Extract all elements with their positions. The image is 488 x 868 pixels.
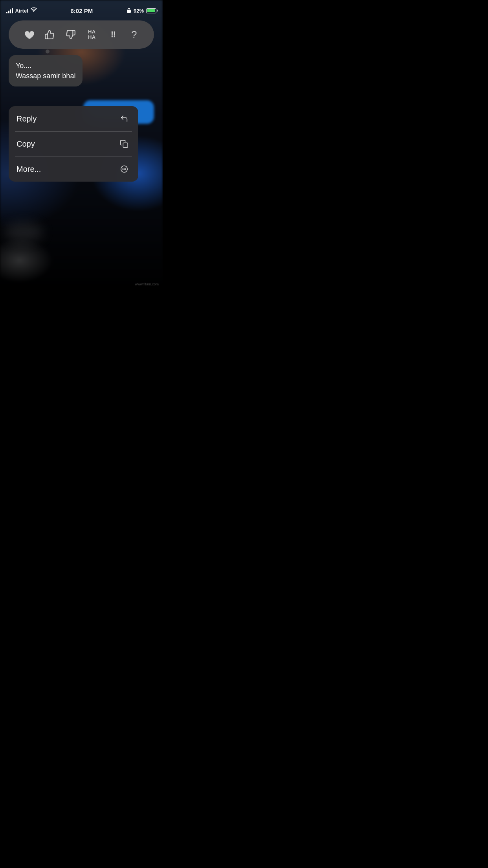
reaction-haha[interactable]: HAHA bbox=[83, 26, 101, 43]
signal-icon bbox=[6, 8, 13, 13]
connector-dot bbox=[46, 50, 50, 53]
svg-point-5 bbox=[125, 169, 126, 169]
svg-point-3 bbox=[123, 169, 123, 169]
message-line2: Wassap samir bhai bbox=[16, 72, 75, 80]
menu-item-reply[interactable]: Reply bbox=[9, 106, 138, 131]
status-right: 92% bbox=[127, 7, 156, 14]
copy-icon bbox=[118, 138, 130, 150]
message-bubble: Yo.... Wassap samir bhai bbox=[9, 55, 83, 86]
reaction-heart[interactable] bbox=[20, 26, 37, 43]
svg-rect-0 bbox=[127, 10, 131, 13]
bottom-glow bbox=[4, 223, 43, 242]
menu-item-copy[interactable]: Copy bbox=[9, 131, 138, 156]
more-icon bbox=[118, 163, 130, 175]
reply-icon bbox=[118, 112, 130, 125]
wifi-icon bbox=[31, 7, 37, 14]
reaction-bar: HAHA ‼ ? bbox=[9, 20, 154, 49]
svg-point-4 bbox=[124, 169, 125, 169]
battery-icon bbox=[146, 8, 156, 13]
svg-rect-1 bbox=[123, 143, 128, 147]
battery-percent: 92% bbox=[134, 8, 144, 14]
reaction-exclamation[interactable]: ‼ bbox=[104, 26, 121, 43]
reaction-thumbs-up[interactable] bbox=[41, 26, 58, 43]
watermark: www.fifam.com bbox=[135, 282, 159, 286]
menu-item-more[interactable]: More... bbox=[9, 156, 138, 182]
reaction-question[interactable]: ? bbox=[125, 26, 143, 43]
reaction-thumbs-down[interactable] bbox=[62, 26, 79, 43]
lock-icon bbox=[127, 7, 131, 14]
carrier-name: Airtel bbox=[15, 8, 28, 14]
status-left: Airtel bbox=[6, 7, 37, 14]
context-menu: Reply Copy More... bbox=[9, 106, 138, 182]
time-display: 6:02 PM bbox=[71, 7, 93, 14]
status-bar: Airtel 6:02 PM 92% bbox=[0, 0, 163, 17]
message-text: Yo.... Wassap samir bhai bbox=[16, 61, 75, 81]
message-line1: Yo.... bbox=[16, 62, 31, 70]
